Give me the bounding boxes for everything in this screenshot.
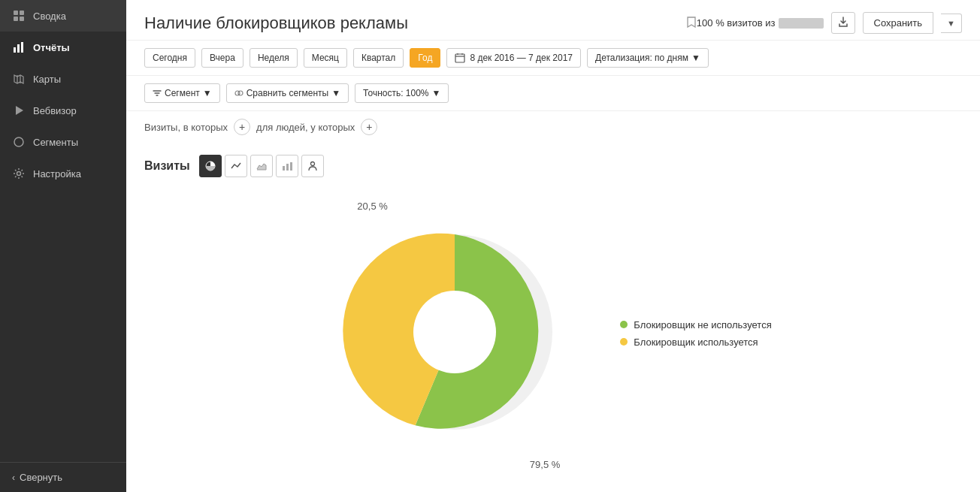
compare-segments-button[interactable]: Сравнить сегменты ▼	[226, 83, 349, 103]
segment-button[interactable]: Сегмент ▼	[144, 83, 220, 103]
legend-label-no-blocker: Блокировщик не используется	[634, 319, 771, 331]
date-range-label: 8 дек 2016 — 7 дек 2017	[470, 53, 573, 63]
detail-button[interactable]: Детализация: по дням ▼	[587, 48, 709, 68]
view-area-button[interactable]	[250, 155, 273, 177]
view-line-button[interactable]	[225, 155, 247, 177]
donut-wrapper: 20,5 % 79,5 %	[334, 212, 575, 455]
bookmark-icon[interactable]	[686, 16, 697, 31]
period-yesterday[interactable]: Вчера	[201, 48, 243, 68]
svg-rect-12	[455, 54, 464, 62]
svg-rect-6	[21, 42, 23, 53]
filter-toolbar: Сегмент ▼ Сравнить сегменты ▼ Точность: …	[126, 76, 980, 111]
svg-rect-1	[20, 11, 24, 15]
segment-label: Сегмент	[165, 88, 200, 98]
svg-rect-3	[20, 17, 24, 21]
legend-item-no-blocker: Блокировщик не используется	[620, 319, 771, 331]
sidebar-item-otchety[interactable]: Отчёты	[0, 32, 126, 63]
sidebar-label-segmenty: Сегменты	[33, 137, 78, 148]
main-content: Наличие блокировщиков рекламы 100 % визи…	[126, 0, 980, 492]
bar-chart-icon	[12, 41, 26, 54]
date-range-button[interactable]: 8 дек 2016 — 7 дек 2017	[446, 48, 581, 68]
period-quarter[interactable]: Квартал	[353, 48, 404, 68]
chart-label-top: 20,5 %	[357, 201, 387, 212]
period-month[interactable]: Месяц	[304, 48, 347, 68]
svg-rect-20	[286, 164, 289, 171]
period-today[interactable]: Сегодня	[144, 48, 195, 68]
sidebar-item-svodka[interactable]: Сводка	[0, 0, 126, 32]
chart-area: 20,5 % 79,5 %	[126, 189, 980, 492]
svg-rect-4	[14, 47, 16, 53]
view-bar-button[interactable]	[276, 155, 298, 177]
save-dropdown-button[interactable]: ▼	[941, 14, 962, 33]
svg-marker-9	[16, 106, 23, 115]
sidebar-bottom: ‹ Свернуть	[0, 462, 126, 492]
accuracy-button[interactable]: Точность: 100% ▼	[355, 83, 449, 103]
svg-rect-19	[283, 166, 285, 171]
condition-builder: Визиты, в которых + для людей, у которых…	[126, 111, 980, 143]
chart-section: Визиты	[126, 143, 980, 189]
svg-rect-0	[14, 11, 18, 15]
chart-title: Визиты	[144, 159, 190, 173]
donut-chart	[334, 212, 575, 452]
svg-point-22	[310, 162, 314, 166]
legend-item-blocker: Блокировщик используется	[620, 337, 771, 348]
visits-info: 100 % визитов из	[697, 17, 824, 29]
svg-rect-5	[17, 44, 20, 53]
sidebar-collapse-button[interactable]: ‹ Свернуть	[0, 463, 126, 492]
sidebar-item-vebvizor[interactable]: Вебвизор	[0, 95, 126, 126]
period-toolbar: Сегодня Вчера Неделя Месяц Квартал Год 8…	[126, 41, 980, 76]
svg-point-24	[413, 291, 496, 373]
legend-dot-yellow	[620, 338, 628, 346]
sidebar-item-segmenty[interactable]: Сегменты	[0, 126, 126, 158]
svg-point-10	[14, 137, 23, 146]
svg-point-17	[238, 91, 243, 95]
compare-label: Сравнить сегменты	[247, 88, 329, 98]
collapse-label: Свернуть	[20, 472, 62, 483]
add-visit-condition-button[interactable]: +	[234, 119, 250, 135]
chart-view-buttons	[199, 155, 324, 177]
view-pie-button[interactable]	[199, 155, 222, 177]
sidebar: Сводка Отчёты Карты Вебвизор	[0, 0, 126, 492]
accuracy-chevron: ▼	[432, 88, 441, 98]
period-year[interactable]: Год	[410, 48, 440, 68]
sidebar-item-nastroyka[interactable]: Настройка	[0, 158, 126, 189]
save-button[interactable]: Сохранить	[863, 12, 934, 34]
legend-dot-green	[620, 321, 628, 328]
segment-chevron: ▼	[203, 88, 212, 98]
chart-label-bottom: 79,5 %	[530, 459, 560, 470]
svg-rect-21	[290, 162, 292, 171]
sidebar-label-vebvizor: Вебвизор	[33, 105, 77, 116]
export-button[interactable]	[831, 12, 855, 34]
detail-label: Детализация: по дням	[595, 53, 688, 63]
chart-legend: Блокировщик не используется Блокировщик …	[620, 319, 771, 348]
svg-rect-2	[14, 17, 18, 21]
period-week[interactable]: Неделя	[250, 48, 298, 68]
circle-icon	[12, 135, 26, 149]
sidebar-label-svodka: Сводка	[33, 11, 66, 22]
visits-condition-label: Визиты, в которых	[144, 122, 228, 133]
sidebar-item-karty[interactable]: Карты	[0, 63, 126, 95]
chevron-left-icon: ‹	[12, 472, 15, 483]
gear-icon	[12, 167, 26, 180]
sidebar-label-karty: Карты	[33, 74, 61, 85]
add-people-condition-button[interactable]: +	[361, 119, 377, 135]
sidebar-label-otchety: Отчёты	[33, 42, 70, 53]
people-condition-label: для людей, у которых	[256, 122, 355, 133]
grid-icon	[12, 9, 26, 23]
legend-label-blocker: Блокировщик используется	[634, 337, 758, 348]
header-right: 100 % визитов из Сохранить ▼	[697, 12, 962, 34]
visits-blurred-value	[779, 18, 824, 29]
compare-chevron: ▼	[331, 88, 340, 98]
chevron-down-icon: ▼	[691, 53, 700, 63]
svg-point-11	[17, 172, 21, 176]
page-title: Наличие блокировщиков рекламы	[144, 14, 674, 33]
visits-prefix: 100 % визитов из	[697, 17, 776, 29]
accuracy-label: Точность: 100%	[363, 88, 428, 98]
header: Наличие блокировщиков рекламы 100 % визи…	[126, 0, 980, 41]
map-icon	[12, 72, 26, 86]
view-person-button[interactable]	[301, 155, 324, 177]
play-icon	[12, 104, 26, 117]
sidebar-label-nastroyka: Настройка	[33, 168, 81, 180]
